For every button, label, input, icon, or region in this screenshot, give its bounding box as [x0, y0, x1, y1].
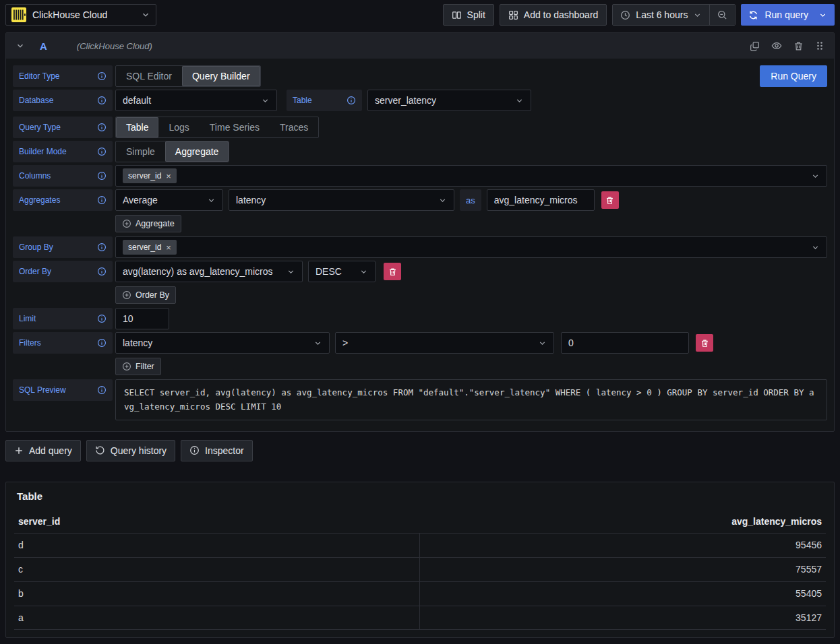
columns-multiselect[interactable]: server_id ×	[115, 165, 827, 187]
chevron-down-icon	[207, 196, 216, 205]
drag-handle-icon[interactable]	[815, 40, 824, 51]
remove-filter-button[interactable]	[696, 334, 713, 352]
time-range-picker[interactable]: Last 6 hours	[613, 5, 709, 25]
add-aggregate-label: Aggregate	[136, 219, 175, 228]
order-by-field-select[interactable]: avg(latency) as avg_latency_micros	[115, 261, 303, 282]
datasource-picker[interactable]: ClickHouse Cloud	[5, 4, 156, 26]
order-by-direction-select[interactable]: DESC	[308, 261, 376, 282]
info-circle-icon[interactable]	[97, 96, 107, 105]
query-row-actions	[750, 40, 824, 51]
editor-type-option-query-builder[interactable]: Query Builder	[182, 66, 260, 86]
split-label: Split	[467, 9, 485, 20]
database-select[interactable]: default	[115, 90, 277, 111]
info-circle-icon[interactable]	[97, 171, 107, 181]
remove-order-by-button[interactable]	[384, 263, 401, 280]
aggregate-column-select[interactable]: latency	[229, 189, 454, 211]
group-by-multiselect[interactable]: server_id ×	[115, 236, 827, 258]
aggregate-function-value: Average	[123, 195, 158, 205]
info-circle-icon[interactable]	[97, 385, 107, 395]
circle-plus-icon	[122, 290, 131, 300]
query-type-option-logs[interactable]: Logs	[158, 117, 199, 137]
cell-server-id: d	[14, 534, 420, 557]
inspector-button[interactable]: Inspector	[181, 440, 253, 461]
database-value: default	[123, 95, 151, 106]
query-type-option-traces[interactable]: Traces	[270, 117, 318, 137]
columns-row: Columns server_id ×	[13, 165, 827, 187]
chevron-down-icon	[811, 243, 820, 252]
add-filter-button[interactable]: Filter	[115, 358, 161, 375]
filter-value-input[interactable]	[561, 332, 689, 354]
info-circle-icon[interactable]	[97, 243, 107, 252]
add-to-dashboard-button[interactable]: Add to dashboard	[500, 4, 607, 26]
editor-run-query-button[interactable]: Run Query	[760, 65, 827, 87]
as-keyword-label: as	[460, 189, 481, 211]
query-type-row: Query Type Table Logs Time Series Traces	[13, 117, 827, 138]
editor-type-label: Editor Type	[19, 71, 59, 81]
remove-tag-icon[interactable]: ×	[166, 243, 171, 252]
query-row-header[interactable]: A (ClickHouse Cloud)	[6, 33, 834, 59]
info-circle-icon[interactable]	[97, 338, 107, 348]
plus-icon	[14, 446, 24, 455]
table-header-row: server_id avg_latency_micros	[14, 510, 826, 533]
info-circle-icon[interactable]	[97, 267, 107, 276]
zoom-out-icon	[717, 10, 727, 20]
filter-column-value: latency	[123, 337, 152, 348]
remove-query-trash-icon[interactable]	[793, 41, 804, 51]
limit-label: Limit	[19, 314, 36, 323]
info-circle-icon[interactable]	[97, 71, 107, 81]
query-ref-id: A	[40, 40, 47, 52]
add-to-dashboard-label: Add to dashboard	[524, 9, 599, 20]
info-circle-icon[interactable]	[97, 314, 107, 323]
add-filter-label: Filter	[136, 362, 154, 371]
query-type-radio-group: Table Logs Time Series Traces	[115, 117, 319, 138]
column-header-avg-latency-micros[interactable]: avg_latency_micros	[420, 516, 826, 527]
chevron-down-icon	[261, 96, 270, 105]
info-circle-icon[interactable]	[97, 123, 107, 132]
editor-type-option-sql-editor[interactable]: SQL Editor	[116, 66, 182, 86]
table-label-box: Table	[287, 90, 362, 111]
table-result-panel: Table server_id avg_latency_micros d 954…	[5, 482, 835, 638]
collapse-chevron-icon[interactable]	[16, 41, 25, 51]
circle-plus-icon	[122, 219, 131, 228]
filter-operator-select[interactable]: >	[335, 332, 554, 354]
limit-input[interactable]	[115, 308, 169, 329]
info-circle-icon[interactable]	[347, 96, 356, 105]
table-row: d 95456	[14, 533, 826, 557]
remove-aggregate-button[interactable]	[601, 191, 619, 209]
datasource-name: ClickHouse Cloud	[32, 9, 135, 20]
aggregates-label: Aggregates	[19, 195, 60, 205]
limit-row: Limit	[13, 308, 827, 329]
toggle-visibility-eye-icon[interactable]	[771, 40, 782, 51]
aggregate-alias-input[interactable]	[487, 189, 595, 211]
columns-label-box: Columns	[13, 165, 113, 187]
split-button[interactable]: Split	[443, 4, 494, 26]
filter-column-select[interactable]: latency	[115, 332, 330, 354]
column-header-server-id[interactable]: server_id	[14, 516, 420, 527]
query-type-option-table[interactable]: Table	[116, 117, 158, 137]
query-history-button[interactable]: Query history	[86, 440, 175, 461]
aggregate-function-select[interactable]: Average	[115, 189, 223, 211]
add-aggregate-subrow: Aggregate	[115, 215, 827, 232]
chevron-down-icon	[811, 172, 820, 181]
time-range-label: Last 6 hours	[636, 9, 688, 20]
chevron-down-icon	[287, 267, 295, 276]
add-query-button[interactable]: Add query	[5, 440, 81, 461]
add-order-by-button[interactable]: Order By	[115, 286, 176, 304]
duplicate-query-icon[interactable]	[750, 41, 760, 51]
filters-label-box: Filters	[13, 332, 113, 354]
order-by-label-box: Order By	[13, 261, 113, 282]
table-select[interactable]: server_latency	[367, 90, 531, 111]
run-query-dropdown-button[interactable]	[816, 4, 835, 26]
builder-mode-option-simple[interactable]: Simple	[116, 141, 165, 162]
query-type-option-time-series[interactable]: Time Series	[200, 117, 270, 137]
remove-tag-icon[interactable]: ×	[166, 172, 171, 181]
zoom-out-time-button[interactable]	[710, 5, 735, 25]
aggregate-column-value: latency	[236, 195, 266, 205]
info-circle-icon[interactable]	[97, 195, 107, 205]
add-aggregate-button[interactable]: Aggregate	[115, 215, 181, 232]
info-circle-icon[interactable]	[97, 147, 107, 156]
builder-mode-option-aggregate[interactable]: Aggregate	[165, 141, 229, 162]
editor-type-label-box: Editor Type	[13, 65, 113, 87]
run-query-button[interactable]: Run query	[741, 4, 816, 26]
chevron-down-icon	[141, 10, 150, 20]
